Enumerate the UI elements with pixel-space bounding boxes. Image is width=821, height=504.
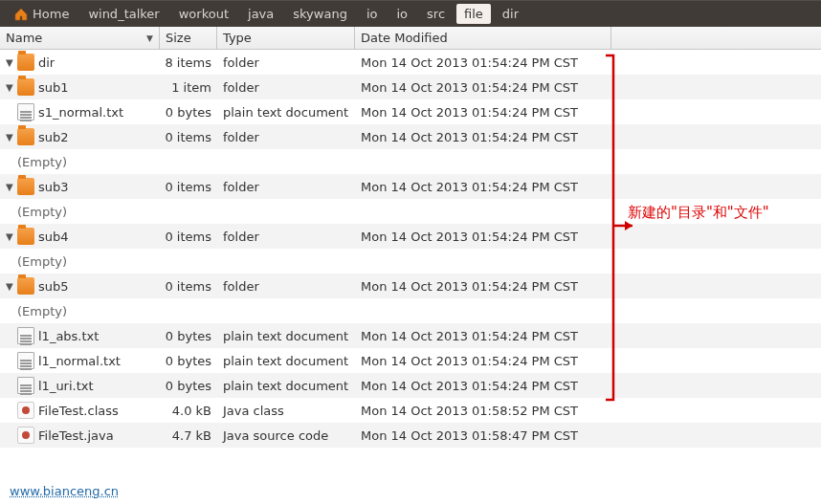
breadcrumb-item[interactable]: io [388, 4, 415, 24]
breadcrumb-item[interactable]: skywang [285, 4, 355, 24]
breadcrumb-item[interactable]: wind_talker [80, 4, 166, 24]
breadcrumb-item-active[interactable]: file [456, 4, 491, 24]
breadcrumb-item[interactable]: java [240, 4, 281, 24]
cell-mod: Mon 14 Oct 2013 01:54:24 PM CST [355, 279, 611, 294]
table-row[interactable]: ▼sub30 itemsfolderMon 14 Oct 2013 01:54:… [0, 174, 821, 199]
cell-name: FileTest.class [0, 402, 160, 419]
cell-name: ▼sub5 [0, 277, 160, 295]
col-header-type[interactable]: Type [217, 27, 355, 49]
folder-icon [17, 277, 34, 295]
disclosure-triangle-icon[interactable]: ▼ [6, 57, 15, 68]
cell-mod: Mon 14 Oct 2013 01:54:24 PM CST [355, 230, 611, 244]
cell-type: plain text document [217, 379, 355, 393]
table-row[interactable]: ▼sub11 itemfolderMon 14 Oct 2013 01:54:2… [0, 75, 821, 99]
file-name: l1_abs.txt [38, 329, 99, 343]
folder-icon [17, 78, 34, 96]
cell-size: 0 items [160, 279, 217, 294]
cell-name: s1_normal.txt [0, 103, 160, 121]
file-name: sub3 [38, 180, 69, 194]
cell-name: (Empty) [0, 254, 160, 269]
disclosure-triangle-icon[interactable]: ▼ [6, 132, 15, 142]
breadcrumb-item[interactable]: workout [171, 4, 236, 24]
breadcrumb-item[interactable]: src [419, 4, 453, 24]
cell-mod: Mon 14 Oct 2013 01:54:24 PM CST [355, 105, 611, 120]
cell-name: l1_uri.txt [0, 377, 160, 394]
breadcrumb-item[interactable]: io [359, 4, 386, 24]
cell-name: ▼sub2 [0, 128, 160, 145]
cell-mod: Mon 14 Oct 2013 01:54:24 PM CST [355, 354, 611, 368]
cell-size: 0 items [160, 130, 217, 144]
table-row[interactable]: FileTest.class4.0 kBJava classMon 14 Oct… [0, 398, 821, 423]
disclosure-triangle-icon[interactable]: ▼ [6, 82, 15, 93]
folder-icon [17, 228, 34, 245]
cell-size: 4.0 kB [160, 404, 217, 418]
table-row[interactable]: l1_abs.txt0 bytesplain text documentMon … [0, 323, 821, 348]
file-name: (Empty) [17, 205, 67, 219]
file-name: (Empty) [17, 254, 67, 269]
cell-size: 0 bytes [160, 105, 217, 120]
col-header-label: Type [223, 31, 252, 45]
table-row[interactable]: s1_normal.txt0 bytesplain text documentM… [0, 99, 821, 124]
text-icon [17, 103, 34, 121]
col-header-modified[interactable]: Date Modified [355, 27, 611, 49]
table-row[interactable]: (Empty) [0, 298, 821, 323]
table-row[interactable]: ▼sub40 itemsfolderMon 14 Oct 2013 01:54:… [0, 224, 821, 249]
breadcrumb-home[interactable]: Home [6, 4, 77, 25]
table-row[interactable]: ▼dir8 itemsfolderMon 14 Oct 2013 01:54:2… [0, 50, 821, 75]
disclosure-triangle-icon[interactable]: ▼ [6, 281, 15, 292]
column-headers: Name ▼ Size Type Date Modified [0, 27, 821, 50]
source-link[interactable]: www.bianceng.cn [10, 484, 119, 498]
file-name: s1_normal.txt [38, 105, 123, 120]
cell-type: plain text document [217, 105, 355, 120]
cell-size: 8 items [160, 55, 217, 70]
table-row[interactable]: FileTest.java4.7 kBJava source codeMon 1… [0, 423, 821, 448]
cell-name: (Empty) [0, 155, 160, 169]
cell-name: ▼sub4 [0, 228, 160, 245]
folder-icon [17, 178, 34, 195]
col-header-label: Date Modified [361, 31, 448, 45]
text-icon [17, 377, 34, 394]
table-row[interactable]: (Empty) [0, 249, 821, 274]
cell-type: plain text document [217, 354, 355, 368]
cell-type: Java class [217, 404, 355, 418]
file-list: ▼dir8 itemsfolderMon 14 Oct 2013 01:54:2… [0, 50, 821, 448]
cell-mod: Mon 14 Oct 2013 01:54:24 PM CST [355, 379, 611, 393]
file-name: sub1 [38, 80, 69, 95]
file-name: (Empty) [17, 155, 67, 169]
cell-name: (Empty) [0, 304, 160, 318]
file-name: (Empty) [17, 304, 67, 318]
file-name: sub5 [38, 279, 69, 294]
table-row[interactable]: l1_normal.txt0 bytesplain text documentM… [0, 348, 821, 373]
col-header-label: Name [6, 31, 42, 45]
disclosure-triangle-icon[interactable]: ▼ [6, 182, 15, 192]
table-row[interactable]: l1_uri.txt0 bytesplain text documentMon … [0, 373, 821, 398]
cell-type: folder [217, 55, 355, 70]
cell-name: l1_normal.txt [0, 352, 160, 369]
table-row[interactable]: (Empty) [0, 149, 821, 174]
table-row[interactable]: ▼sub20 itemsfolderMon 14 Oct 2013 01:54:… [0, 124, 821, 149]
cell-type: folder [217, 230, 355, 244]
cell-type: plain text document [217, 329, 355, 343]
file-name: l1_uri.txt [38, 379, 94, 393]
home-icon [13, 7, 29, 22]
folder-icon [17, 128, 34, 145]
cell-size: 0 bytes [160, 354, 217, 368]
disclosure-triangle-icon[interactable]: ▼ [6, 231, 15, 242]
cell-name: (Empty) [0, 205, 160, 219]
table-row[interactable]: ▼sub50 itemsfolderMon 14 Oct 2013 01:54:… [0, 274, 821, 298]
text-icon [17, 352, 34, 369]
breadcrumb-item[interactable]: dir [495, 4, 526, 24]
cell-mod: Mon 14 Oct 2013 01:54:24 PM CST [355, 80, 611, 95]
sort-indicator-icon: ▼ [146, 33, 153, 43]
cell-name: FileTest.java [0, 427, 160, 444]
cell-mod: Mon 14 Oct 2013 01:54:24 PM CST [355, 130, 611, 144]
col-header-label: Size [166, 31, 191, 45]
cell-type: folder [217, 180, 355, 194]
cell-mod: Mon 14 Oct 2013 01:58:47 PM CST [355, 428, 611, 443]
col-header-name[interactable]: Name ▼ [0, 27, 160, 49]
col-header-size[interactable]: Size [160, 27, 217, 49]
file-name: sub4 [38, 230, 69, 244]
cell-name: l1_abs.txt [0, 327, 160, 344]
file-name: FileTest.class [38, 404, 119, 418]
cell-type: Java source code [217, 428, 355, 443]
